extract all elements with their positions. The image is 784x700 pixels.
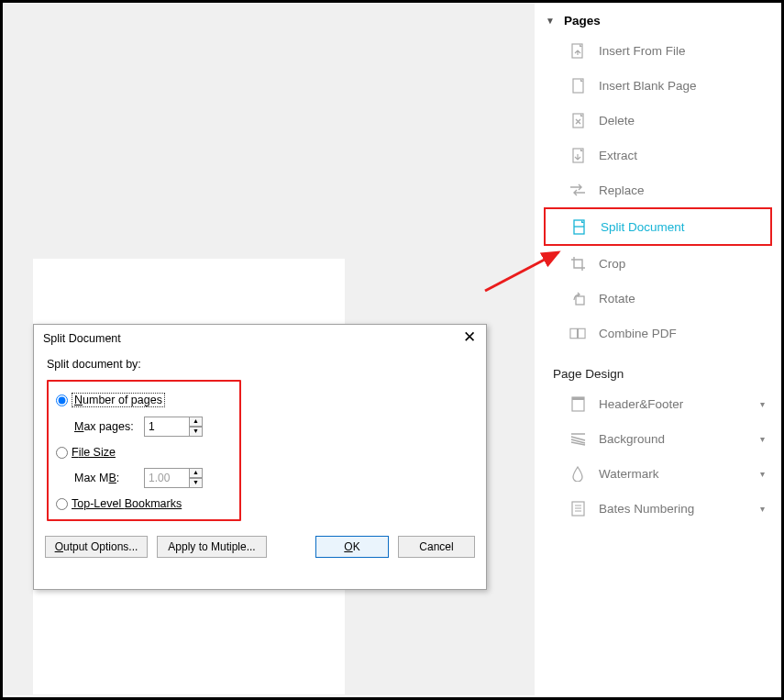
radio-number-of-pages[interactable]: Number of pages: [56, 393, 232, 407]
header-footer-icon: [569, 395, 586, 412]
radio-bookmarks[interactable]: Top-Level Bookmarks: [56, 497, 232, 510]
replace-icon: [569, 182, 586, 198]
max-pages-label: Max pages:: [74, 420, 144, 433]
delete-icon: [569, 112, 586, 128]
svg-rect-9: [572, 397, 584, 400]
pages-section-header[interactable]: ▼ Pages: [538, 8, 778, 33]
combine-icon: [569, 325, 586, 341]
radio-file-size-input[interactable]: [56, 447, 68, 459]
menu-delete[interactable]: Delete: [538, 103, 778, 138]
menu-rotate[interactable]: Rotate: [538, 281, 778, 316]
max-mb-input: [144, 468, 190, 488]
rotate-icon: [569, 290, 586, 306]
radio-file-size[interactable]: File Size: [56, 446, 232, 459]
menu-bates-numbering[interactable]: Bates Numbering ▾: [538, 491, 778, 526]
bates-icon: [569, 500, 586, 517]
menu-crop[interactable]: Crop: [538, 246, 778, 281]
chevron-down-icon: ▾: [760, 504, 765, 514]
max-pages-input[interactable]: [144, 417, 190, 437]
radio-bookmarks-label: Top-Level Bookmarks: [72, 497, 182, 510]
radio-file-size-label: File Size: [72, 446, 116, 459]
menu-watermark[interactable]: Watermark ▾: [538, 456, 778, 491]
extract-icon: [569, 147, 586, 163]
radio-number-of-pages-label: Number of pages: [72, 393, 165, 407]
watermark-icon: [569, 465, 586, 482]
max-mb-label: Max MB:: [74, 472, 144, 484]
menu-combine-pdf[interactable]: Combine PDF: [538, 316, 778, 350]
max-pages-up[interactable]: ▲: [189, 417, 203, 427]
menu-header-footer[interactable]: Header&Footer ▾: [538, 386, 778, 421]
split-options-group: Number of pages Max pages: ▲ ▼ File Size…: [47, 380, 241, 521]
insert-from-file-icon: [569, 42, 586, 59]
background-icon: [569, 430, 586, 447]
svg-rect-7: [578, 328, 585, 338]
crop-icon: [569, 255, 586, 272]
menu-insert-from-file[interactable]: Insert From File: [538, 33, 778, 68]
close-button[interactable]: ✕: [458, 328, 480, 349]
svg-rect-6: [570, 328, 578, 338]
right-side-panel: ▼ Pages Insert From File Insert Blank Pa…: [535, 3, 781, 697]
split-document-dialog: Split Document ✕ Split document by: Numb…: [33, 324, 487, 590]
menu-background[interactable]: Background ▾: [538, 421, 778, 456]
radio-number-of-pages-input[interactable]: [56, 394, 68, 406]
chevron-down-icon: ▾: [760, 399, 765, 409]
menu-insert-blank[interactable]: Insert Blank Page: [538, 68, 778, 103]
split-icon: [571, 218, 588, 235]
ok-button[interactable]: OK: [315, 536, 389, 558]
menu-split-document[interactable]: Split Document: [544, 207, 772, 246]
radio-bookmarks-input[interactable]: [56, 498, 68, 510]
chevron-down-icon: ▾: [760, 434, 765, 444]
page-design-header: Page Design: [538, 350, 778, 386]
chevron-down-icon: ▾: [760, 469, 765, 479]
collapse-icon: ▼: [546, 16, 555, 26]
menu-replace[interactable]: Replace: [538, 172, 778, 207]
apply-to-multiple-button[interactable]: Apply to Mutiple...: [157, 536, 267, 558]
max-mb-up: ▲: [189, 468, 203, 478]
split-by-label: Split document by:: [47, 358, 473, 371]
dialog-title: Split Document: [43, 332, 121, 345]
svg-rect-5: [576, 296, 584, 305]
blank-page-icon: [569, 77, 586, 94]
max-pages-down[interactable]: ▼: [189, 427, 203, 437]
cancel-button[interactable]: Cancel: [398, 536, 475, 558]
menu-extract[interactable]: Extract: [538, 138, 778, 172]
max-mb-down: ▼: [189, 478, 203, 488]
output-options-button[interactable]: OOutput Options...utput Options...: [45, 536, 148, 558]
